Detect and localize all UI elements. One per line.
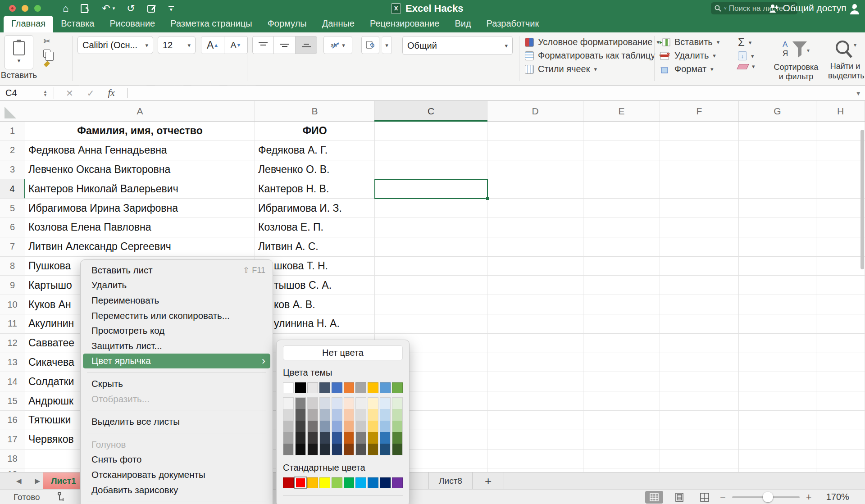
variant-swatch-3-4[interactable]	[320, 444, 330, 455]
variant-swatch-2-4[interactable]	[308, 444, 318, 455]
cell-D12[interactable]	[487, 334, 583, 353]
cell-E7[interactable]	[583, 237, 660, 257]
align-middle-button[interactable]	[274, 36, 296, 54]
cell-E9[interactable]	[583, 276, 660, 295]
row-header-6[interactable]: 6	[0, 218, 25, 237]
variant-swatch-6-1[interactable]	[356, 409, 366, 420]
conditional-formatting-button[interactable]: Условное форматирование▾	[525, 37, 662, 47]
cell-G1[interactable]	[739, 122, 816, 141]
cell-G14[interactable]	[739, 372, 816, 391]
variant-swatch-5-3[interactable]	[344, 432, 354, 443]
cell-D14[interactable]	[487, 372, 583, 391]
cell-F13[interactable]	[660, 353, 739, 372]
variant-swatch-5-1[interactable]	[344, 409, 354, 420]
theme-swatch-2[interactable]	[307, 382, 318, 393]
menu-item-Просмотреть-код[interactable]: Просмотреть код	[81, 323, 273, 338]
cell-G17[interactable]	[739, 430, 816, 450]
menu-item-Добавить-зарисовку[interactable]: Добавить зарисовку	[81, 482, 273, 498]
cell-E2[interactable]	[583, 141, 660, 160]
cell-A4[interactable]: Кантеров Николай Валерьевич	[25, 179, 255, 199]
cell-F12[interactable]	[660, 334, 739, 353]
theme-swatch-8[interactable]	[380, 382, 391, 393]
tab-Данные[interactable]: Данные	[314, 16, 362, 32]
cell-D3[interactable]	[487, 160, 583, 180]
variant-swatch-9-0[interactable]	[392, 398, 402, 409]
cell-E14[interactable]	[583, 372, 660, 391]
edit-mode-icon[interactable]	[147, 4, 157, 14]
tab-Формулы[interactable]: Формулы	[260, 16, 314, 32]
variant-swatch-8-3[interactable]	[380, 432, 390, 443]
standard-swatch-0[interactable]	[283, 477, 294, 488]
name-box-stepper[interactable]: ▲▼	[43, 90, 47, 97]
cell-D6[interactable]	[487, 218, 583, 237]
wrap-text-button[interactable]	[361, 36, 379, 54]
cell-F14[interactable]	[660, 372, 739, 391]
cell-G16[interactable]	[739, 411, 816, 430]
sort-filter-button[interactable]: АЯ▾ Сортировкаи фильтр	[771, 39, 821, 82]
row-header-14[interactable]: 14	[0, 372, 25, 391]
variant-swatch-9-4[interactable]	[392, 444, 402, 455]
cell-D2[interactable]	[487, 141, 583, 160]
cell-F16[interactable]	[660, 411, 739, 430]
cell-E4[interactable]	[583, 179, 660, 199]
cell-D7[interactable]	[487, 237, 583, 257]
cell-D19[interactable]	[487, 468, 583, 472]
cell-D17[interactable]	[487, 430, 583, 450]
cell-E5[interactable]	[583, 199, 660, 218]
cell-G13[interactable]	[739, 353, 816, 372]
cell-C3[interactable]	[375, 160, 487, 180]
insert-cells-button[interactable]: Вставить▾	[660, 37, 719, 47]
zoom-out-button[interactable]: −	[720, 491, 726, 503]
variant-swatch-1-4[interactable]	[296, 444, 305, 455]
variant-swatch-4-2[interactable]	[332, 421, 342, 432]
autosum-button[interactable]: Σ▾	[738, 36, 755, 49]
cancel-entry-icon[interactable]: ✕	[66, 88, 73, 99]
cell-F1[interactable]	[660, 122, 739, 141]
variant-swatch-6-0[interactable]	[356, 398, 366, 409]
theme-swatch-4[interactable]	[332, 382, 342, 393]
fill-handle[interactable]	[486, 197, 489, 200]
variant-swatch-6-3[interactable]	[356, 432, 366, 443]
cell-G15[interactable]	[739, 391, 816, 411]
row-header-11[interactable]: 11	[0, 314, 25, 334]
variant-swatch-0-0[interactable]	[283, 398, 293, 409]
cell-D16[interactable]	[487, 411, 583, 430]
cell-A3[interactable]: Левченко Оксана Викторовна	[25, 160, 255, 180]
cell-C1[interactable]	[375, 122, 487, 141]
menu-item-Переместить-или-скопировать-[interactable]: Переместить или скопировать...	[81, 308, 273, 323]
cell-F3[interactable]	[660, 160, 739, 180]
tab-Рисование[interactable]: Рисование	[102, 16, 163, 32]
cell-G12[interactable]	[739, 334, 816, 353]
fill-down-button[interactable]: ↓▾	[738, 51, 755, 60]
row-header-18[interactable]: 18	[0, 450, 25, 469]
next-sheet-icon[interactable]: ▶	[35, 477, 41, 485]
wrap-text-dropdown[interactable]: ▾	[382, 36, 392, 54]
zoom-in-button[interactable]: +	[806, 491, 812, 503]
variant-swatch-1-2[interactable]	[296, 421, 305, 432]
variant-swatch-1-0[interactable]	[296, 398, 305, 409]
cell-D18[interactable]	[487, 450, 583, 469]
variant-swatch-0-2[interactable]	[283, 421, 293, 432]
cell-G6[interactable]	[739, 218, 816, 237]
cell-H7[interactable]	[816, 237, 865, 257]
format-as-table-button[interactable]: Форматировать как таблицу▾	[525, 50, 662, 61]
variant-swatch-2-1[interactable]	[308, 409, 318, 420]
cell-H8[interactable]	[816, 257, 865, 276]
cell-F19[interactable]	[660, 468, 739, 472]
cell-G9[interactable]	[739, 276, 816, 295]
cell-G7[interactable]	[739, 237, 816, 257]
theme-swatch-3[interactable]	[319, 382, 330, 393]
cell-H17[interactable]	[816, 430, 865, 450]
cell-styles-button[interactable]: Стили ячеек▾	[525, 64, 662, 74]
cell-E13[interactable]	[583, 353, 660, 372]
row-header-2[interactable]: 2	[0, 141, 25, 160]
cell-E12[interactable]	[583, 334, 660, 353]
variant-swatch-7-2[interactable]	[368, 421, 378, 432]
variant-swatch-4-1[interactable]	[332, 409, 342, 420]
cell-G5[interactable]	[739, 199, 816, 218]
cell-H5[interactable]	[816, 199, 865, 218]
align-bottom-button[interactable]	[296, 36, 317, 54]
align-top-button[interactable]	[252, 36, 274, 54]
variant-swatch-9-3[interactable]	[392, 432, 402, 443]
standard-swatch-2[interactable]	[307, 477, 318, 488]
